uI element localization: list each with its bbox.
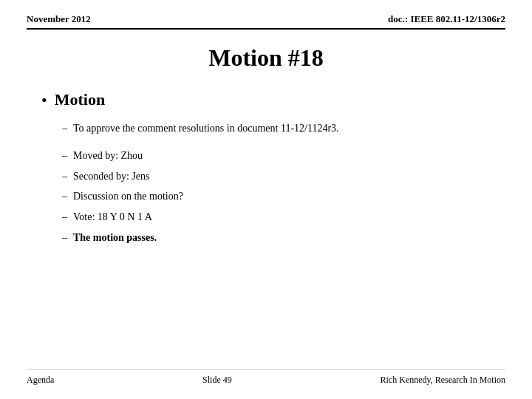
header-date: November 2012: [27, 13, 91, 25]
sub-item-text-bold: The motion passes.: [73, 231, 157, 245]
dash-icon: –: [62, 149, 67, 163]
sub-item-text: Discussion on the motion?: [73, 189, 183, 204]
list-item: – Vote: 18 Y 0 N 1 A: [62, 210, 505, 225]
sub-item-text: Seconded by: Jens: [73, 169, 149, 184]
list-item: – Moved by: Zhou: [62, 149, 505, 163]
footer-author: Rich Kennedy, Research In Motion: [380, 375, 505, 386]
list-item: – Discussion on the motion?: [62, 189, 505, 204]
dash-icon: –: [62, 210, 67, 225]
content-area: • Motion – To approve the comment resolu…: [27, 89, 505, 369]
dash-icon: –: [62, 121, 67, 136]
list-item: – The motion passes.: [62, 231, 505, 245]
sub-item-text: Moved by: Zhou: [73, 149, 143, 163]
dash-icon: –: [62, 189, 67, 204]
list-item: – Seconded by: Jens: [62, 169, 505, 184]
slide-title: Motion #18: [27, 44, 505, 72]
spacer: [62, 141, 505, 149]
footer-agenda: Agenda: [27, 375, 54, 386]
sub-item-text: Vote: 18 Y 0 N 1 A: [73, 210, 152, 225]
dash-icon: –: [62, 231, 67, 245]
list-item: – To approve the comment resolutions in …: [62, 121, 505, 136]
sub-items-list: – To approve the comment resolutions in …: [62, 121, 505, 245]
header-bar: November 2012 doc.: IEEE 802.11-12/1306r…: [27, 13, 505, 30]
bullet-dot: •: [41, 91, 47, 110]
footer-slide-number: Slide 49: [202, 375, 232, 386]
main-bullet-text: Motion: [55, 89, 105, 111]
dash-icon: –: [62, 169, 67, 184]
slide-container: November 2012 doc.: IEEE 802.11-12/1306r…: [0, 0, 532, 399]
main-bullet: • Motion: [41, 89, 505, 111]
sub-item-text: To approve the comment resolutions in do…: [73, 121, 339, 136]
footer-bar: Agenda Slide 49 Rich Kennedy, Research I…: [27, 369, 505, 386]
header-doc: doc.: IEEE 802.11-12/1306r2: [388, 13, 505, 25]
